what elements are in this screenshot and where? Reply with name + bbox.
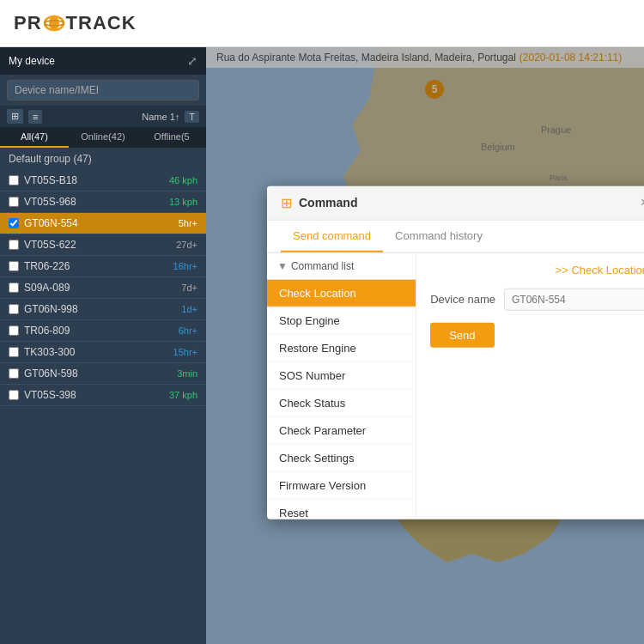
tab-offline[interactable]: Offline(5	[137, 127, 206, 148]
command-item[interactable]: Check Settings	[267, 444, 416, 471]
sort-label[interactable]: Name 1↑	[142, 112, 179, 122]
device-checkbox[interactable]	[9, 304, 19, 314]
check-location-link[interactable]: >> Check Location	[556, 263, 644, 276]
device-name: GT06N-998	[24, 303, 181, 315]
tab-online[interactable]: Online(42)	[69, 127, 137, 148]
device-item[interactable]: VT05S-398 37 kph	[0, 385, 206, 406]
device-list: VT05S-B18 46 kph VT05S-968 13 kph GT06N-…	[0, 170, 206, 644]
command-item[interactable]: Check Parameter	[267, 416, 416, 444]
device-checkbox[interactable]	[9, 175, 19, 185]
send-button[interactable]: Send	[430, 322, 494, 347]
device-item[interactable]: GT06N-554 5hr+	[0, 213, 206, 234]
modal-tab-send[interactable]: Send command	[281, 220, 383, 252]
command-right-panel: >> Check Location Device name Send	[416, 252, 644, 519]
grid-icon[interactable]: ⊞	[7, 109, 23, 124]
device-item[interactable]: TR06-809 6hr+	[0, 320, 206, 342]
modal-close-button[interactable]: ×	[641, 196, 644, 210]
device-status: 46 kph	[169, 175, 197, 185]
device-name: VT05S-B18	[24, 174, 169, 186]
modal-command-icon: ⊞	[281, 194, 292, 210]
device-status: 37 kph	[169, 390, 197, 400]
list-icon[interactable]: ≡	[28, 110, 42, 124]
modal-title: Command	[299, 196, 357, 210]
device-item[interactable]: GT06N-998 1d+	[0, 299, 206, 320]
device-status: 5hr+	[179, 218, 197, 228]
logo-icon	[43, 15, 65, 32]
device-status: 1d+	[181, 304, 197, 314]
main-layout: My device ⤢ ⊞ ≡ Name 1↑ T All(47) Online…	[0, 47, 644, 644]
command-item[interactable]: Check Location	[267, 279, 416, 307]
device-checkbox[interactable]	[9, 240, 19, 250]
device-status: 27d+	[176, 240, 197, 250]
device-item[interactable]: VT05S-B18 46 kph	[0, 170, 206, 191]
device-name: TK303-300	[24, 346, 173, 358]
map-area: Rua do Aspirante Mota Freitas, Madeira I…	[206, 47, 644, 644]
device-item[interactable]: VT05S-968 13 kph	[0, 191, 206, 213]
modal-header-left: ⊞ Command	[281, 194, 357, 210]
command-item[interactable]: Reset	[267, 499, 416, 519]
logo-text-post: TRACK	[66, 12, 137, 34]
header: PR TRACK	[0, 0, 644, 47]
device-status: 3min	[177, 368, 197, 379]
device-status: 16hr+	[173, 261, 197, 271]
device-name: GT06N-598	[24, 368, 177, 380]
command-list-header: ▼ Command list	[267, 252, 416, 279]
sidebar-search-bar	[0, 75, 206, 106]
search-input[interactable]	[7, 80, 199, 100]
command-modal: ⊞ Command × Send command Command history…	[267, 185, 644, 519]
device-checkbox[interactable]	[9, 368, 19, 379]
logo-text-pre: PR	[14, 12, 42, 34]
device-checkbox[interactable]	[9, 218, 19, 228]
modal-header: ⊞ Command ×	[267, 185, 644, 220]
sidebar-header: My device ⤢	[0, 47, 206, 75]
sidebar-tabs: All(47) Online(42) Offline(5	[0, 127, 206, 148]
device-name: VT05S-622	[24, 239, 176, 251]
svg-point-1	[49, 16, 59, 30]
device-checkbox[interactable]	[9, 347, 19, 357]
sidebar-title: My device	[9, 55, 55, 67]
device-status: 13 kph	[169, 197, 197, 207]
device-status: 15hr+	[173, 347, 197, 357]
device-item[interactable]: TR06-226 16hr+	[0, 256, 206, 277]
device-name: TR06-809	[24, 325, 179, 337]
device-item[interactable]: VT05S-622 27d+	[0, 234, 206, 256]
device-item[interactable]: GT06N-598 3min	[0, 363, 206, 385]
device-checkbox[interactable]	[9, 390, 19, 400]
sidebar-toolbar: ⊞ ≡ Name 1↑ T	[0, 106, 206, 127]
device-checkbox[interactable]	[9, 261, 19, 271]
device-group-label: Default group (47)	[0, 148, 206, 170]
device-name: TR06-226	[24, 260, 173, 272]
device-checkbox[interactable]	[9, 325, 19, 336]
device-status: 7d+	[181, 283, 197, 293]
device-item[interactable]: S09A-089 7d+	[0, 277, 206, 299]
command-item[interactable]: SOS Number	[267, 361, 416, 389]
command-item[interactable]: Restore Engine	[267, 334, 416, 361]
modal-tab-history[interactable]: Command history	[383, 220, 495, 252]
device-checkbox[interactable]	[9, 197, 19, 207]
device-name: VT05S-968	[24, 196, 169, 208]
sidebar-expand-icon[interactable]: ⤢	[187, 54, 197, 68]
command-list-panel: ▼ Command list Check LocationStop Engine…	[267, 252, 416, 519]
tag-button[interactable]: T	[185, 111, 199, 123]
modal-body: ▼ Command list Check LocationStop Engine…	[267, 252, 644, 519]
device-name: GT06N-554	[24, 217, 179, 229]
device-status: 6hr+	[179, 325, 197, 336]
modal-tabs: Send command Command history	[267, 220, 644, 252]
logo: PR TRACK	[14, 12, 137, 34]
command-item[interactable]: Check Status	[267, 389, 416, 416]
command-list-title: Command list	[291, 259, 354, 271]
device-item[interactable]: TK303-300 15hr+	[0, 342, 206, 363]
command-list-arrow: ▼	[277, 259, 288, 271]
device-checkbox[interactable]	[9, 283, 19, 293]
device-name-input[interactable]	[504, 288, 644, 310]
sidebar: My device ⤢ ⊞ ≡ Name 1↑ T All(47) Online…	[0, 47, 206, 644]
command-item[interactable]: Stop Engine	[267, 307, 416, 334]
tab-all[interactable]: All(47)	[0, 127, 69, 148]
device-name-field-row: Device name	[430, 288, 644, 310]
device-name: S09A-089	[24, 282, 181, 294]
device-name: VT05S-398	[24, 389, 169, 401]
command-item[interactable]: Firmware Version	[267, 471, 416, 499]
device-name-label: Device name	[430, 293, 495, 306]
